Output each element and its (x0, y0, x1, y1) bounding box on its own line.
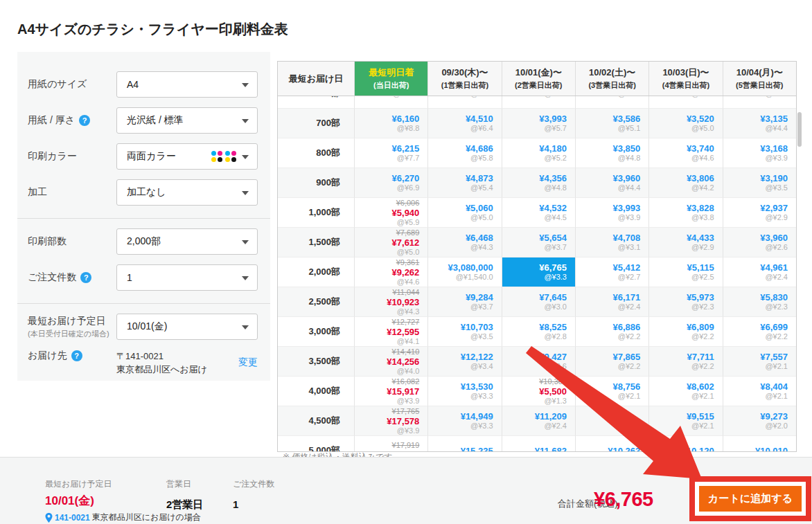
price-cell[interactable]: @¥5.9 (575, 96, 648, 109)
price-cell[interactable]: ¥17,919¥17,732 (354, 436, 427, 451)
summary-address-note: 東京都品川区にお届けの場合 (92, 512, 201, 523)
price-cell[interactable]: ¥3,586@¥5.1 (575, 109, 648, 138)
price-cell[interactable]: ¥9,427@¥2.6 (502, 347, 575, 377)
help-icon[interactable]: ? (80, 272, 91, 283)
price-cell[interactable]: ¥9,361¥9,262@¥4.6 (354, 258, 427, 287)
price-cell[interactable]: ¥4,180@¥5.2 (502, 138, 575, 168)
price-cell[interactable]: ¥7,865@¥2.2 (575, 347, 648, 377)
price-cell[interactable]: @¥5.7 (648, 96, 722, 109)
table-row: 1,000部¥6,006¥5,940@¥5.9¥5,060@¥5.0¥4,532… (278, 198, 796, 228)
price-cell[interactable]: ¥17,765¥17,578@¥3.9 (354, 406, 427, 436)
price-cell[interactable]: ¥9,273@¥2.0 (723, 406, 796, 436)
price-cell[interactable]: ¥10,263 (575, 436, 648, 451)
help-icon[interactable]: ? (79, 115, 90, 126)
price-cell[interactable]: ¥3,960@¥2.6 (723, 228, 796, 258)
price-cell[interactable]: ¥11,209@¥2.4 (502, 406, 575, 436)
price-cell[interactable]: ¥15,235 (427, 436, 501, 451)
copies-select[interactable]: 2,000部 (116, 228, 258, 255)
price-cell[interactable]: ¥3,828@¥3.8 (648, 198, 722, 228)
change-address-link[interactable]: 変更 (238, 356, 258, 369)
table-scrollbar-thumb[interactable] (797, 112, 802, 147)
price-cell[interactable]: ¥3,190@¥3.5 (723, 168, 796, 198)
price-cell[interactable]: ¥6,006¥5,940@¥5.9 (354, 198, 427, 228)
total-value: ¥6,765 (594, 488, 653, 511)
price-cell[interactable]: ¥5,412@¥2.7 (575, 258, 648, 287)
price-cell[interactable]: ¥5,060@¥5.0 (427, 198, 501, 228)
address-label: お届け先 ? (28, 350, 116, 362)
price-cell[interactable]: ¥3,520@¥5.0 (648, 109, 722, 138)
price-cell[interactable]: ¥7,645@¥3.0 (502, 287, 575, 317)
price-cell[interactable]: ¥6,699@¥2.2 (723, 317, 796, 347)
price-cell[interactable]: ¥3,168@¥3.9 (723, 138, 796, 168)
price-cell[interactable]: ¥8,756@¥2.1 (575, 377, 648, 406)
price-cell[interactable]: ¥6,886@¥2.2 (575, 317, 648, 347)
price-cell[interactable]: ¥5,654@¥3.7 (502, 228, 575, 258)
price-cell[interactable]: ¥11,682 (502, 436, 575, 451)
price-cell[interactable]: @¥7.2 (427, 96, 501, 109)
print-color-label-text: 印刷カラー (28, 150, 77, 163)
price-cell[interactable]: ¥4,356@¥4.8 (502, 168, 575, 198)
price-cell[interactable]: ¥11,044¥10,923@¥4.3 (354, 287, 427, 317)
price-cell[interactable]: ¥7,689¥7,612@¥5.0 (354, 228, 427, 258)
order-count-select[interactable]: 1 (116, 264, 258, 291)
price-cell[interactable]: ¥10,120 (648, 436, 722, 451)
price-cell[interactable]: ¥8,602@¥2.1 (648, 377, 722, 406)
price-cell[interactable]: ¥14,949@¥3.3 (427, 406, 501, 436)
price-cell[interactable]: @¥10.1 (354, 96, 427, 109)
price-cell[interactable]: @¥6.3 (502, 96, 575, 109)
price-cell[interactable]: ¥4,961@¥2.4 (723, 258, 796, 287)
price-cell[interactable]: ¥7,557@¥2.1 (723, 347, 796, 377)
print-color-select[interactable]: 両面カラー (116, 143, 258, 170)
price-cell[interactable]: @¥5.1 (723, 96, 796, 109)
price-cell[interactable]: ¥6,171@¥2.4 (575, 287, 648, 317)
price-cell-selected[interactable]: ¥6,765@¥3.3 (502, 258, 575, 287)
price-cell[interactable]: ¥3,850@¥4.8 (575, 138, 648, 168)
price-cell[interactable]: ¥4,708@¥3.1 (575, 228, 648, 258)
price-cell[interactable]: ¥3,080,000@¥1,540.0 (427, 258, 501, 287)
price-cell[interactable]: ¥6,215@¥7.7 (354, 138, 427, 168)
summary-orders-value: 1 (233, 498, 274, 510)
price-cell[interactable]: ¥12,122@¥3.4 (427, 347, 501, 377)
price-cell[interactable]: ¥4,433@¥2.9 (648, 228, 722, 258)
price-cell[interactable]: ¥8,525@¥2.8 (502, 317, 575, 347)
price-cell[interactable]: ¥16,082¥15,917@¥3.9 (354, 377, 427, 406)
paper-size-select[interactable]: A4 (116, 71, 258, 98)
price-cell[interactable]: ¥9,515@¥2.1 (648, 406, 722, 436)
price-cell[interactable]: ¥5,115@¥2.5 (648, 258, 722, 287)
table-row: 600部@¥10.1@¥7.2@¥6.3@¥5.9@¥5.7@¥5.1 (278, 96, 796, 109)
finish-select[interactable]: 加工なし (116, 179, 258, 206)
price-cell[interactable]: ¥5,973@¥2.3 (648, 287, 722, 317)
price-cell[interactable]: ¥3,740@¥4.6 (648, 138, 722, 168)
price-cell[interactable]: ¥9,284@¥3.7 (427, 287, 501, 317)
table-row: 1,500部¥7,689¥7,612@¥5.0¥6,468@¥4.3¥5,654… (278, 228, 796, 258)
price-cell[interactable]: ¥13,530@¥3.3 (427, 377, 501, 406)
price-cell[interactable]: ¥8,404@¥2.1 (723, 377, 796, 406)
price-cell[interactable]: ¥14,410¥14,256@¥4.0 (354, 347, 427, 377)
delivery-date-select[interactable]: 10/01(金) (116, 314, 258, 340)
price-cell[interactable]: ¥10,307¥5,500@¥1.3 (502, 377, 575, 406)
price-cell[interactable]: ¥6,468@¥4.3 (427, 228, 501, 258)
price-cell[interactable]: ¥12,727¥12,595@¥4.1 (354, 317, 427, 347)
price-cell[interactable]: ¥3,993@¥3.9 (575, 198, 648, 228)
price-cell[interactable]: ¥3,135@¥4.4 (723, 109, 796, 138)
price-cell[interactable]: ¥2,937@¥2.9 (723, 198, 796, 228)
price-cell[interactable]: ¥10,010 (723, 436, 796, 451)
price-cell[interactable] (575, 406, 648, 436)
price-cell[interactable]: ¥3,960@¥4.4 (575, 168, 648, 198)
price-cell[interactable]: ¥10,703@¥3.5 (427, 317, 501, 347)
help-icon[interactable]: ? (71, 350, 82, 361)
price-cell[interactable]: ¥6,809@¥2.2 (648, 317, 722, 347)
price-cell[interactable]: ¥6,160@¥8.8 (354, 109, 427, 138)
price-cell[interactable]: ¥6,270@¥6.9 (354, 168, 427, 198)
price-cell[interactable]: ¥4,686@¥5.8 (427, 138, 501, 168)
price-cell[interactable]: ¥3,993@¥5.7 (502, 109, 575, 138)
price-cell[interactable]: ¥4,532@¥4.5 (502, 198, 575, 228)
table-row: 4,000部¥16,082¥15,917@¥3.9¥13,530@¥3.3¥10… (278, 377, 796, 406)
price-cell[interactable]: ¥4,873@¥5.4 (427, 168, 501, 198)
price-cell[interactable]: ¥5,830@¥2.3 (723, 287, 796, 317)
price-cell[interactable]: ¥7,711@¥2.2 (648, 347, 722, 377)
add-to-cart-button[interactable]: カートに追加する (699, 486, 802, 512)
price-cell[interactable]: ¥4,510@¥6.4 (427, 109, 501, 138)
paper-type-select[interactable]: 光沢紙 / 標準 (116, 107, 258, 134)
price-cell[interactable]: ¥3,806@¥4.2 (648, 168, 722, 198)
